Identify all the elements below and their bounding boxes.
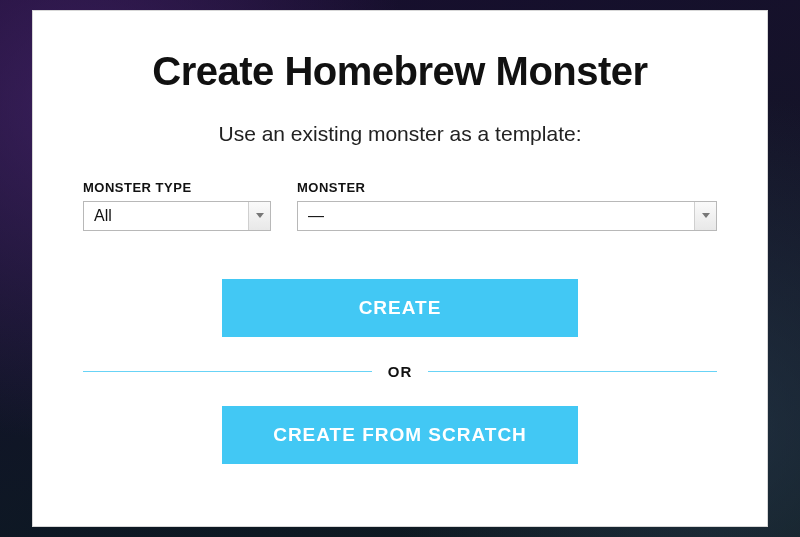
- monster-type-value: All: [84, 207, 248, 225]
- modal-title: Create Homebrew Monster: [83, 49, 717, 94]
- monster-value: —: [298, 207, 694, 225]
- divider-line-right: [428, 371, 717, 372]
- divider-text: OR: [388, 363, 413, 380]
- monster-label: MONSTER: [297, 180, 717, 195]
- chevron-down-icon: [256, 213, 264, 219]
- monster-type-select[interactable]: All: [83, 201, 271, 231]
- or-divider: OR: [83, 363, 717, 380]
- chevron-down-icon: [702, 213, 710, 219]
- divider-line-left: [83, 371, 372, 372]
- dropdown-handle: [694, 202, 716, 230]
- dropdown-handle: [248, 202, 270, 230]
- modal-subtitle: Use an existing monster as a template:: [83, 122, 717, 146]
- create-button[interactable]: CREATE: [222, 279, 578, 337]
- monster-field: MONSTER —: [297, 180, 717, 231]
- create-homebrew-modal: Create Homebrew Monster Use an existing …: [32, 10, 768, 527]
- template-form-row: MONSTER TYPE All MONSTER —: [83, 180, 717, 231]
- monster-type-label: MONSTER TYPE: [83, 180, 271, 195]
- create-from-scratch-button[interactable]: CREATE FROM SCRATCH: [222, 406, 578, 464]
- monster-type-field: MONSTER TYPE All: [83, 180, 271, 231]
- monster-select[interactable]: —: [297, 201, 717, 231]
